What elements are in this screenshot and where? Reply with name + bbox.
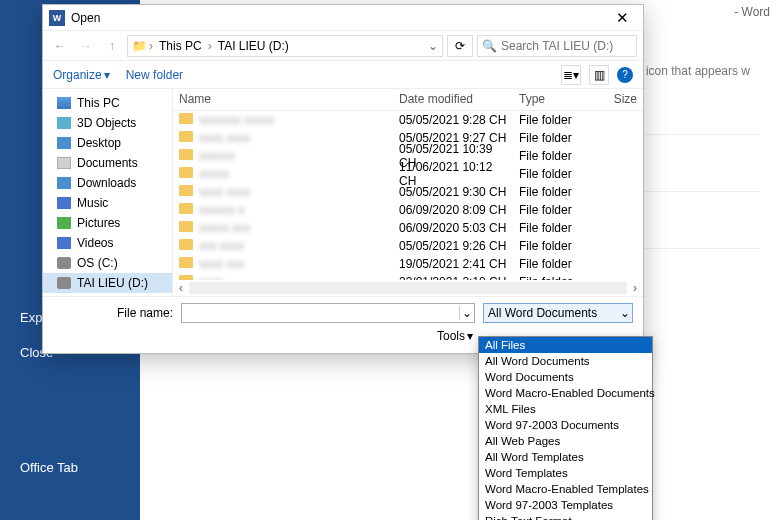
filter-option[interactable]: All Word Templates	[479, 449, 652, 465]
col-size[interactable]: Size	[593, 89, 643, 110]
chevron-down-icon: ▾	[104, 68, 110, 82]
filter-option[interactable]: XML Files	[479, 401, 652, 417]
tree-item[interactable]: Pictures	[43, 213, 172, 233]
help-icon[interactable]: ?	[617, 67, 633, 83]
file-row[interactable]: xxxxxxx xxxxx05/05/2021 9:28 CHFile fold…	[173, 111, 643, 129]
filter-option[interactable]: All Web Pages	[479, 433, 652, 449]
dialog-toolbar: Organize ▾ New folder ≣▾ ▥ ?	[43, 61, 643, 89]
tree-item[interactable]: 3D Objects	[43, 113, 172, 133]
tree-item[interactable]: This PC	[43, 93, 172, 113]
filetype-dropdown[interactable]: All FilesAll Word DocumentsWord Document…	[478, 336, 653, 520]
filter-option[interactable]: Word Macro-Enabled Documents	[479, 385, 652, 401]
scroll-left-icon[interactable]: ‹	[173, 281, 189, 295]
refresh-button[interactable]: ⟳	[447, 35, 473, 57]
filter-selected: All Word Documents	[488, 306, 597, 320]
newfolder-button[interactable]: New folder	[126, 68, 183, 82]
search-box[interactable]: 🔍	[477, 35, 637, 57]
filename-combobox[interactable]: ⌄	[181, 303, 475, 323]
filter-option[interactable]: Word Templates	[479, 465, 652, 481]
scroll-right-icon[interactable]: ›	[627, 281, 643, 295]
filter-option[interactable]: All Word Documents	[479, 353, 652, 369]
file-row[interactable]: xxxx23/01/2021 2:10 CHFile folder	[173, 273, 643, 280]
tree-item[interactable]: Videos	[43, 233, 172, 253]
col-date[interactable]: Date modified	[393, 89, 513, 110]
folder-icon	[179, 203, 193, 214]
col-type[interactable]: Type	[513, 89, 593, 110]
filter-option[interactable]: Word Documents	[479, 369, 652, 385]
breadcrumb-item[interactable]: This PC	[155, 39, 206, 53]
filter-option[interactable]: Word 97-2003 Templates	[479, 497, 652, 513]
drive-icon	[57, 257, 71, 269]
file-list: Name Date modified Type Size xxxxxxx xxx…	[173, 89, 643, 296]
word-logo-icon: W	[49, 10, 65, 26]
drive-icon	[57, 97, 71, 109]
view-options-button[interactable]: ≣▾	[561, 65, 581, 85]
tree-item[interactable]: Music	[43, 193, 172, 213]
file-row[interactable]: xxxxxx x06/09/2020 8:09 CHFile folder	[173, 201, 643, 219]
drive-icon	[57, 117, 71, 129]
dialog-title: Open	[71, 11, 100, 25]
dialog-navbar: ← → ↑ 📁 › This PC › TAI LIEU (D:) ⌄ ⟳ 🔍	[43, 31, 643, 61]
filetype-filter[interactable]: All Word Documents ⌄	[483, 303, 633, 323]
search-icon: 🔍	[482, 39, 497, 53]
filter-option[interactable]: Word Macro-Enabled Templates	[479, 481, 652, 497]
forward-button[interactable]: →	[75, 35, 97, 57]
chevron-down-icon: ▾	[467, 329, 473, 343]
open-dialog: W Open ✕ ← → ↑ 📁 › This PC › TAI LIEU (D…	[42, 4, 644, 354]
drive-icon	[57, 197, 71, 209]
filter-option[interactable]: All Files	[479, 337, 652, 353]
col-name[interactable]: Name	[173, 89, 393, 110]
scroll-track[interactable]	[189, 282, 627, 294]
backstage-officetab[interactable]: Office Tab	[0, 450, 140, 485]
drive-icon	[57, 137, 71, 149]
tree-item[interactable]: Documents	[43, 153, 172, 173]
folder-icon	[179, 221, 193, 232]
tree-item[interactable]: Downloads	[43, 173, 172, 193]
tools-button[interactable]: Tools ▾	[437, 329, 473, 343]
drive-icon	[57, 177, 71, 189]
h-scrollbar[interactable]: ‹ ›	[173, 280, 643, 296]
drive-icon	[57, 157, 71, 169]
filter-option[interactable]: Word 97-2003 Documents	[479, 417, 652, 433]
tree-item[interactable]: OS (C:)	[43, 253, 172, 273]
folder-icon	[179, 257, 193, 268]
folder-icon	[179, 185, 193, 196]
close-icon[interactable]: ✕	[607, 9, 637, 27]
folder-icon	[179, 167, 193, 178]
breadcrumb[interactable]: 📁 › This PC › TAI LIEU (D:) ⌄	[127, 35, 443, 57]
nav-tree: This PC3D ObjectsDesktopDocumentsDownloa…	[43, 89, 173, 296]
chevron-right-icon: ›	[208, 39, 212, 53]
drive-icon	[57, 237, 71, 249]
filter-option[interactable]: Rich Text Format	[479, 513, 652, 520]
search-input[interactable]	[501, 39, 632, 53]
folder-icon	[179, 149, 193, 160]
filename-input[interactable]	[182, 306, 459, 320]
file-row[interactable]: xxxx xxx19/05/2021 2:41 CHFile folder	[173, 255, 643, 273]
folder-icon	[179, 113, 193, 124]
folder-icon	[179, 131, 193, 142]
file-row[interactable]: xxxx xxxx05/05/2021 9:30 CHFile folder	[173, 183, 643, 201]
file-row[interactable]: xxxxx11/06/2021 10:12 CHFile folder	[173, 165, 643, 183]
file-row[interactable]: xxxxx xxx06/09/2020 5:03 CHFile folder	[173, 219, 643, 237]
dialog-titlebar: W Open ✕	[43, 5, 643, 31]
drive-icon	[57, 217, 71, 229]
preview-pane-button[interactable]: ▥	[589, 65, 609, 85]
filename-label: File name:	[53, 306, 173, 320]
tree-item[interactable]: TAI LIEU (D:)	[43, 273, 172, 293]
up-button[interactable]: ↑	[101, 35, 123, 57]
file-row[interactable]: xxx xxxx05/05/2021 9:26 CHFile folder	[173, 237, 643, 255]
folder-icon: 📁	[132, 39, 147, 53]
folder-icon	[179, 239, 193, 250]
drive-icon	[57, 277, 71, 289]
word-title-suffix: - Word	[734, 5, 770, 19]
breadcrumb-item[interactable]: TAI LIEU (D:)	[214, 39, 293, 53]
back-button[interactable]: ←	[49, 35, 71, 57]
list-header: Name Date modified Type Size	[173, 89, 643, 111]
chevron-down-icon[interactable]: ⌄	[459, 306, 474, 320]
organize-button[interactable]: Organize ▾	[53, 68, 110, 82]
chevron-down-icon[interactable]: ⌄	[428, 39, 438, 53]
tree-item[interactable]: Desktop	[43, 133, 172, 153]
chevron-down-icon: ⌄	[620, 306, 630, 320]
chevron-right-icon: ›	[149, 39, 153, 53]
